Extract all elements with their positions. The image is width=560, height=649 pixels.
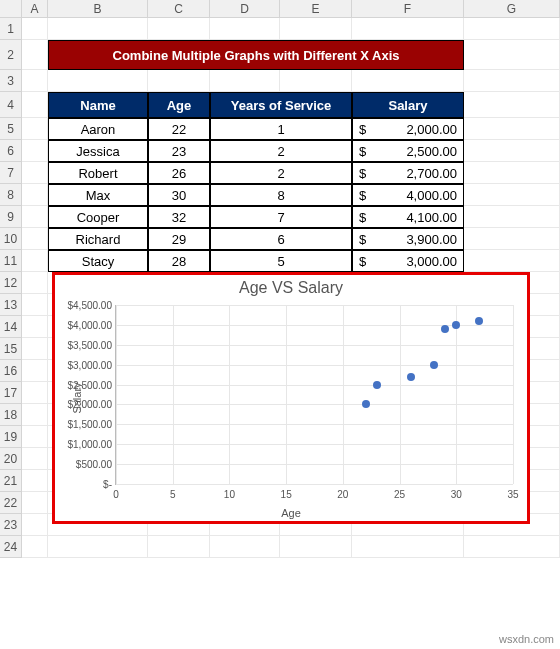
cell-F3[interactable] [352, 70, 464, 92]
cell-A16[interactable] [22, 360, 48, 382]
row-header-19[interactable]: 19 [0, 426, 22, 448]
table-cell[interactable]: $4,000.00 [352, 184, 464, 206]
cell-A8[interactable] [22, 184, 48, 206]
table-cell[interactable]: $3,900.00 [352, 228, 464, 250]
cell-D1[interactable] [210, 18, 280, 40]
row-header-3[interactable]: 3 [0, 70, 22, 92]
row-header-16[interactable]: 16 [0, 360, 22, 382]
cell-A19[interactable] [22, 426, 48, 448]
table-cell[interactable]: 7 [210, 206, 352, 228]
cell-D3[interactable] [210, 70, 280, 92]
col-header-F[interactable]: F [352, 0, 464, 18]
table-cell[interactable]: 1 [210, 118, 352, 140]
cell-G8[interactable] [464, 184, 560, 206]
table-cell[interactable]: 22 [148, 118, 210, 140]
table-cell[interactable]: Aaron [48, 118, 148, 140]
cell-A9[interactable] [22, 206, 48, 228]
col-header-E[interactable]: E [280, 0, 352, 18]
cell-G10[interactable] [464, 228, 560, 250]
cell-A18[interactable] [22, 404, 48, 426]
row-header-17[interactable]: 17 [0, 382, 22, 404]
table-cell[interactable]: 28 [148, 250, 210, 272]
row-header-22[interactable]: 22 [0, 492, 22, 514]
table-cell[interactable]: 2 [210, 162, 352, 184]
row-header-14[interactable]: 14 [0, 316, 22, 338]
cell-F24[interactable] [352, 536, 464, 558]
cell-G11[interactable] [464, 250, 560, 272]
table-cell[interactable]: 6 [210, 228, 352, 250]
cell-G5[interactable] [464, 118, 560, 140]
table-cell[interactable]: 2 [210, 140, 352, 162]
cell-A10[interactable] [22, 228, 48, 250]
cell-A15[interactable] [22, 338, 48, 360]
table-cell[interactable]: $4,100.00 [352, 206, 464, 228]
row-header-18[interactable]: 18 [0, 404, 22, 426]
cell-A12[interactable] [22, 272, 48, 294]
table-header[interactable]: Age [148, 92, 210, 118]
cell-G9[interactable] [464, 206, 560, 228]
table-cell[interactable]: 32 [148, 206, 210, 228]
cell-A11[interactable] [22, 250, 48, 272]
col-header-A[interactable]: A [22, 0, 48, 18]
row-header-9[interactable]: 9 [0, 206, 22, 228]
cell-G3[interactable] [464, 70, 560, 92]
cell-G6[interactable] [464, 140, 560, 162]
table-cell[interactable]: 5 [210, 250, 352, 272]
cell-E1[interactable] [280, 18, 352, 40]
table-header[interactable]: Salary [352, 92, 464, 118]
select-all-corner[interactable] [0, 0, 22, 18]
cell-C3[interactable] [148, 70, 210, 92]
cell-A13[interactable] [22, 294, 48, 316]
table-cell[interactable]: $3,000.00 [352, 250, 464, 272]
table-cell[interactable]: $2,000.00 [352, 118, 464, 140]
col-header-G[interactable]: G [464, 0, 560, 18]
chart-object[interactable]: Age VS Salary Salary Age $-$500.00$1,000… [52, 272, 530, 524]
row-header-7[interactable]: 7 [0, 162, 22, 184]
cell-G2[interactable] [464, 40, 560, 70]
row-header-5[interactable]: 5 [0, 118, 22, 140]
cell-E3[interactable] [280, 70, 352, 92]
cell-G24[interactable] [464, 536, 560, 558]
cell-G1[interactable] [464, 18, 560, 40]
row-header-6[interactable]: 6 [0, 140, 22, 162]
table-cell[interactable]: $2,700.00 [352, 162, 464, 184]
table-cell[interactable]: 8 [210, 184, 352, 206]
row-header-23[interactable]: 23 [0, 514, 22, 536]
row-header-2[interactable]: 2 [0, 40, 22, 70]
table-cell[interactable]: 23 [148, 140, 210, 162]
row-header-11[interactable]: 11 [0, 250, 22, 272]
cell-A14[interactable] [22, 316, 48, 338]
cell-A2[interactable] [22, 40, 48, 70]
cell-E24[interactable] [280, 536, 352, 558]
cell-F1[interactable] [352, 18, 464, 40]
cell-B3[interactable] [48, 70, 148, 92]
cell-A6[interactable] [22, 140, 48, 162]
cell-A24[interactable] [22, 536, 48, 558]
table-cell[interactable]: Cooper [48, 206, 148, 228]
col-header-C[interactable]: C [148, 0, 210, 18]
table-cell[interactable]: 26 [148, 162, 210, 184]
cell-C1[interactable] [148, 18, 210, 40]
row-header-13[interactable]: 13 [0, 294, 22, 316]
table-cell[interactable]: Stacy [48, 250, 148, 272]
table-cell[interactable]: Max [48, 184, 148, 206]
row-header-10[interactable]: 10 [0, 228, 22, 250]
cell-C24[interactable] [148, 536, 210, 558]
table-header[interactable]: Years of Service [210, 92, 352, 118]
table-header[interactable]: Name [48, 92, 148, 118]
cell-B24[interactable] [48, 536, 148, 558]
cell-A22[interactable] [22, 492, 48, 514]
row-header-12[interactable]: 12 [0, 272, 22, 294]
cell-B1[interactable] [48, 18, 148, 40]
cell-G7[interactable] [464, 162, 560, 184]
cell-A1[interactable] [22, 18, 48, 40]
table-cell[interactable]: Richard [48, 228, 148, 250]
row-header-21[interactable]: 21 [0, 470, 22, 492]
cell-A3[interactable] [22, 70, 48, 92]
table-cell[interactable]: Robert [48, 162, 148, 184]
table-cell[interactable]: 29 [148, 228, 210, 250]
cell-A7[interactable] [22, 162, 48, 184]
cell-A21[interactable] [22, 470, 48, 492]
row-header-20[interactable]: 20 [0, 448, 22, 470]
col-header-D[interactable]: D [210, 0, 280, 18]
